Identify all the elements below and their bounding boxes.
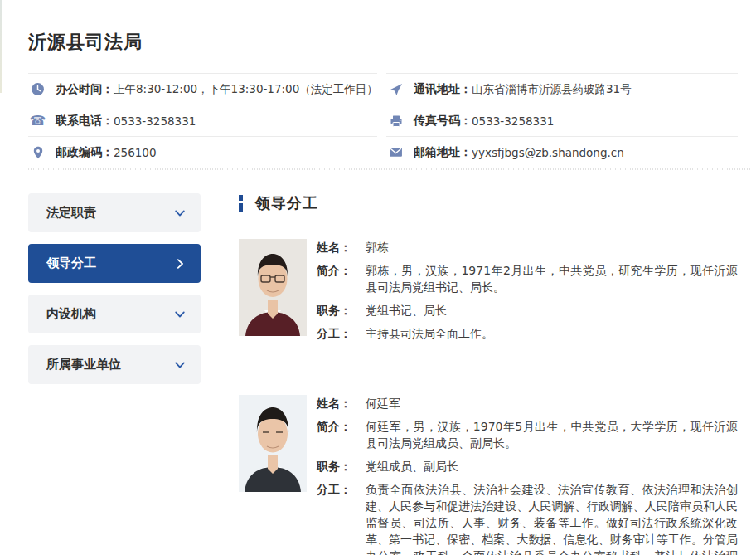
field-title: 职务： 党组书记、局长 xyxy=(317,302,738,319)
field-bio: 简介： 郭栋，男，汉族，1971年2月出生，中共党员，研究生学历，现任沂源县司法… xyxy=(317,262,738,295)
info-mailing-address: 通讯地址： 山东省淄博市沂源县药玻路31号 xyxy=(386,73,738,105)
field-duty: 分工： 主持县司法局全面工作。 xyxy=(317,325,738,342)
info-value: yyxsfjbgs@zb.shandong.cn xyxy=(472,146,624,159)
info-postal-code: 邮政编码： 256100 xyxy=(28,136,377,168)
clock-icon xyxy=(31,82,45,96)
location-icon xyxy=(31,145,45,159)
section-marker-bar xyxy=(239,195,243,212)
info-office-hours: 办公时间： 上午8:30-12:00，下午13:30-17:00（法定工作日） xyxy=(28,73,377,105)
contact-info-panel: 办公时间： 上午8:30-12:00，下午13:30-17:00（法定工作日） … xyxy=(28,73,738,168)
info-email: 邮箱地址： yyxsfjbgs@zb.shandong.cn xyxy=(386,136,738,168)
field-label: 简介： xyxy=(317,262,355,295)
info-value: 0533-3258331 xyxy=(472,114,554,128)
field-value: 何廷军 xyxy=(366,395,738,411)
fax-icon xyxy=(389,114,403,128)
chevron-down-icon xyxy=(174,359,186,371)
field-label: 职务： xyxy=(317,302,355,319)
sidebar-item-affiliated-units[interactable]: 所属事业单位 xyxy=(28,345,201,384)
dotted-divider xyxy=(28,168,750,171)
sidebar-item-label: 法定职责 xyxy=(46,205,96,221)
info-label: 邮政编码： xyxy=(56,145,114,160)
field-label: 分工： xyxy=(317,325,355,342)
field-bio: 简介： 何廷军，男，汉族，1970年5月出生，中共党员，大学学历，现任沂源县司法… xyxy=(317,418,738,451)
mail-icon xyxy=(389,145,403,159)
sidebar-item-leadership[interactable]: 领导分工 xyxy=(28,244,201,283)
page: 沂源县司法局 办公时间： 上午8:30-12:00，下午13:30-17:00（… xyxy=(0,0,756,555)
field-label: 分工： xyxy=(317,481,355,555)
leader-fields: 姓名： 郭栋 简介： 郭栋，男，汉族，1971年2月出生，中共党员，研究生学历，… xyxy=(317,239,738,348)
leader-photo xyxy=(239,395,307,492)
field-value: 主持县司法局全面工作。 xyxy=(366,325,738,342)
field-value: 党组成员、副局长 xyxy=(366,458,738,475)
field-value: 何廷军，男，汉族，1970年5月出生，中共党员，大学学历，现任沂源县司法局党组成… xyxy=(366,418,738,451)
section-title: 领导分工 xyxy=(255,193,318,213)
field-value: 党组书记、局长 xyxy=(366,302,738,319)
field-label: 简介： xyxy=(317,418,355,451)
info-value: 0533-3258331 xyxy=(114,114,196,128)
left-edge-strip xyxy=(0,0,2,93)
leader-profile: 姓名： 郭栋 简介： 郭栋，男，汉族，1971年2月出生，中共党员，研究生学历，… xyxy=(239,239,738,348)
field-value: 负责全面依法治县、法治社会建设、法治宣传教育、依法治理和法治创建、人民参与和促进… xyxy=(366,481,738,555)
sidebar-item-label: 内设机构 xyxy=(46,306,96,322)
phone-icon: ☎ xyxy=(31,114,45,128)
sidebar-item-internal-orgs[interactable]: 内设机构 xyxy=(28,295,201,333)
field-label: 职务： xyxy=(317,458,355,475)
field-label: 姓名： xyxy=(317,395,355,411)
sidebar-nav: 法定职责 领导分工 内设机构 所属事业单位 xyxy=(28,193,201,555)
leader-profile: 姓名： 何廷军 简介： 何廷军，男，汉族，1970年5月出生，中共党员，大学学历… xyxy=(239,395,738,555)
page-title: 沂源县司法局 xyxy=(28,30,738,55)
info-value: 上午8:30-12:00，下午13:30-17:00（法定工作日） xyxy=(114,82,378,97)
info-label: 办公时间： xyxy=(56,82,114,97)
chevron-down-icon xyxy=(174,207,186,219)
info-label: 联系电话： xyxy=(56,114,114,129)
send-icon xyxy=(389,82,403,96)
chevron-right-icon xyxy=(174,258,186,270)
field-value: 郭栋，男，汉族，1971年2月出生，中共党员，研究生学历，现任沂源县司法局党组书… xyxy=(366,262,738,295)
info-label: 通讯地址： xyxy=(414,82,472,97)
sidebar-item-label: 领导分工 xyxy=(46,256,96,271)
info-fax: 传真号码： 0533-3258331 xyxy=(386,105,738,136)
info-phone: ☎ 联系电话： 0533-3258331 xyxy=(28,105,377,136)
field-label: 姓名： xyxy=(317,239,355,256)
sidebar-item-legal-duties[interactable]: 法定职责 xyxy=(28,193,201,232)
sidebar-item-label: 所属事业单位 xyxy=(46,357,121,372)
field-name: 姓名： 何廷军 xyxy=(317,395,738,411)
chevron-down-icon xyxy=(174,309,186,320)
field-value: 郭栋 xyxy=(366,239,738,256)
field-title: 职务： 党组成员、副局长 xyxy=(317,458,738,475)
info-label: 邮箱地址： xyxy=(414,145,472,160)
info-label: 传真号码： xyxy=(414,114,472,129)
main-content: 领导分工 xyxy=(239,193,738,555)
section-header: 领导分工 xyxy=(239,193,738,213)
field-duty: 分工： 负责全面依法治县、法治社会建设、法治宣传教育、依法治理和法治创建、人民参… xyxy=(317,481,738,555)
info-value: 256100 xyxy=(114,146,157,159)
leader-photo xyxy=(239,239,307,336)
info-value: 山东省淄博市沂源县药玻路31号 xyxy=(472,82,632,97)
field-name: 姓名： 郭栋 xyxy=(317,239,738,256)
leader-fields: 姓名： 何廷军 简介： 何廷军，男，汉族，1970年5月出生，中共党员，大学学历… xyxy=(317,395,738,555)
